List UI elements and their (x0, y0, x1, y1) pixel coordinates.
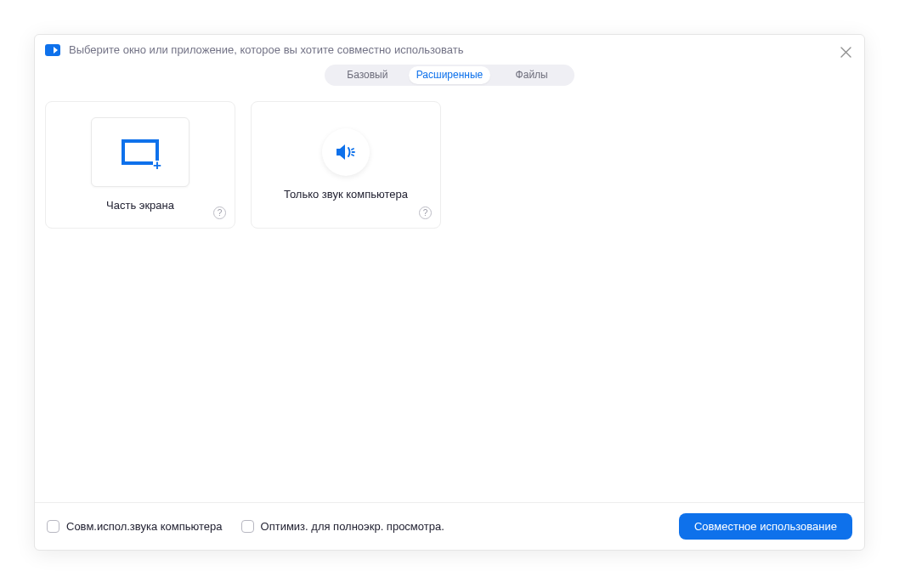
checkbox-icon (241, 520, 254, 533)
zoom-logo-icon (45, 44, 60, 56)
card-portion-of-screen[interactable]: Часть экрана ? (45, 101, 235, 229)
share-screen-dialog: Выберите окно или приложение, которое вы… (34, 34, 865, 551)
screen-portion-icon (122, 139, 159, 165)
tab-basic[interactable]: Базовый (326, 66, 409, 84)
checkbox-label: Оптимиз. для полноэкр. просмотра. (261, 520, 444, 533)
tab-advanced[interactable]: Расширенные (409, 66, 491, 84)
help-icon[interactable]: ? (419, 206, 432, 219)
tab-bar: Базовый Расширенные Файлы (325, 65, 574, 86)
dialog-title: Выберите окно или приложение, которое вы… (69, 43, 464, 56)
share-button[interactable]: Совместное использование (679, 513, 852, 540)
speaker-icon (335, 143, 357, 161)
help-icon[interactable]: ? (213, 206, 226, 219)
close-button[interactable] (837, 43, 854, 60)
share-options-grid: Часть экрана ? Только звук компьютера ? (35, 101, 864, 502)
card-computer-audio[interactable]: Только звук компьютера ? (251, 101, 441, 229)
svg-line-0 (352, 149, 354, 150)
checkbox-icon (47, 520, 59, 533)
svg-line-2 (352, 155, 354, 155)
dialog-footer: Совм.испол.звука компьютера Оптимиз. для… (35, 502, 864, 550)
checkbox-optimize-fullscreen[interactable]: Оптимиз. для полноэкр. просмотра. (241, 520, 444, 533)
portion-thumbnail (91, 117, 189, 187)
card-label: Часть экрана (106, 199, 174, 212)
checkbox-label: Совм.испол.звука компьютера (66, 520, 223, 533)
audio-thumbnail (322, 128, 370, 176)
tab-files[interactable]: Файлы (490, 66, 573, 84)
card-label: Только звук компьютера (284, 188, 408, 201)
close-icon (840, 47, 851, 58)
dialog-header: Выберите окно или приложение, которое вы… (35, 35, 864, 61)
checkbox-share-computer-audio[interactable]: Совм.испол.звука компьютера (47, 520, 223, 533)
